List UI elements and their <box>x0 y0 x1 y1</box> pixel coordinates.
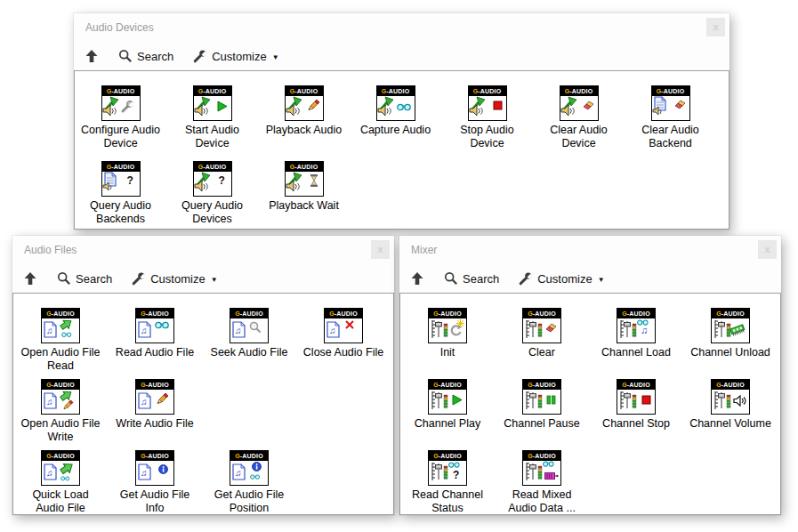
palette-item-channel-volume[interactable]: G-AUDIOChannel Volume <box>683 379 778 450</box>
g-audio-banner: G-AUDIO <box>617 309 655 318</box>
get-audio-file-info-icon: G-AUDIO♫ <box>135 450 174 486</box>
g-audio-banner: G-AUDIO <box>42 380 79 390</box>
palette-item-channel-stop[interactable]: G-AUDIOChannel Stop <box>589 379 683 450</box>
palette-item-capture-audio[interactable]: G-AUDIOCapture Audio <box>350 85 441 161</box>
customize-button[interactable]: Customize ▼ <box>132 271 217 286</box>
window-title: Mixer <box>411 244 437 256</box>
palette-item-clear-audio-backend[interactable]: G-AUDIOClear Audio Backend <box>625 85 716 161</box>
customize-button[interactable]: Customize ▼ <box>193 49 278 63</box>
g-audio-banner: G-AUDIO <box>712 309 749 318</box>
palette-item-label: Read Audio File <box>116 346 194 359</box>
titlebar[interactable]: Mixer x <box>399 236 781 264</box>
search-icon <box>57 271 71 286</box>
close-button[interactable]: x <box>371 240 390 259</box>
palette-row: G-AUDIOInitG-AUDIOClearG-AUDIO♫Channel L… <box>400 308 780 379</box>
palette-content: G-AUDIOConfigure Audio DeviceG-AUDIOStar… <box>74 70 729 230</box>
palette-item-seek-audio-file[interactable]: G-AUDIO♫Seek Audio File <box>202 308 296 379</box>
palette-item-read-audio-file[interactable]: G-AUDIO♫Read Audio File <box>108 308 202 379</box>
palette-item-label: Open Audio File Read <box>18 346 104 372</box>
svg-text:♫: ♫ <box>141 468 148 478</box>
read-audio-file-icon: G-AUDIO♫ <box>135 308 174 343</box>
g-audio-banner: G-AUDIO <box>42 309 79 318</box>
palette-item-playback-wait[interactable]: G-AUDIOPlayback Wait <box>258 161 350 230</box>
palette-item-playback-audio[interactable]: G-AUDIOPlayback Audio <box>258 85 350 161</box>
palette-item-read-mixed-audio-data[interactable]: G-AUDIORead Mixed Audio Data ... <box>495 450 589 515</box>
toolbar: Search Customize ▼ <box>399 264 781 293</box>
palette-item-stop-audio-device[interactable]: G-AUDIOStop Audio Device <box>441 85 533 161</box>
up-arrow-icon <box>23 271 37 286</box>
palette-item-label: Channel Unload <box>690 346 770 359</box>
palette-item-query-audio-devices[interactable]: G-AUDIO?Query Audio Devices <box>166 161 258 230</box>
palette-item-channel-load[interactable]: G-AUDIO♫Channel Load <box>589 308 683 379</box>
svg-text:♫: ♫ <box>329 326 336 335</box>
toolbar: Search Customize ▼ <box>12 264 394 293</box>
palette-item-get-audio-file-position[interactable]: G-AUDIO♫Get Audio File Position <box>202 450 296 515</box>
palette-item-label: Clear Audio Backend <box>627 124 713 149</box>
quick-load-audio-file-icon: G-AUDIO♫ <box>41 450 80 486</box>
palette-item-close-audio-file[interactable]: G-AUDIO♫Close Audio File <box>296 308 391 379</box>
icon-art: ♫ <box>325 318 362 343</box>
palette-item-label: Clear <box>528 346 555 359</box>
playback-wait-icon: G-AUDIO <box>285 161 324 197</box>
palette-item-open-audio-file-read[interactable]: G-AUDIO♫Open Audio File Read <box>13 308 108 379</box>
g-audio-banner: G-AUDIO <box>286 162 323 172</box>
g-audio-banner: G-AUDIO <box>429 309 466 318</box>
palette-item-label: Channel Volume <box>689 417 771 431</box>
palette-item-start-audio-device[interactable]: G-AUDIOStart Audio Device <box>166 85 258 161</box>
icon-art <box>286 172 323 196</box>
close-button[interactable]: x <box>758 240 777 259</box>
palette-item-label: Get Audio File Info <box>112 488 198 514</box>
query-audio-backends-icon: G-AUDIO? <box>101 161 141 197</box>
palette-item-channel-play[interactable]: G-AUDIOChannel Play <box>400 379 495 450</box>
palette-item-mixer-init[interactable]: G-AUDIOInit <box>400 308 495 379</box>
palette-item-mixer-clear[interactable]: G-AUDIOClear <box>495 308 589 379</box>
icon-art <box>286 96 323 120</box>
titlebar[interactable]: Audio Files x <box>12 236 394 264</box>
svg-text:♫: ♫ <box>46 326 53 335</box>
open-audio-file-write-icon: G-AUDIO♫ <box>41 379 80 415</box>
palette-item-label: Stop Audio Device <box>444 124 530 149</box>
palette-item-channel-unload[interactable]: G-AUDIOChannel Unload <box>683 308 778 379</box>
icon-art <box>102 96 140 120</box>
palette-item-quick-load-audio-file[interactable]: G-AUDIO♫Quick Load Audio File <box>13 450 108 515</box>
search-button[interactable]: Search <box>444 271 499 286</box>
palette-item-channel-pause[interactable]: G-AUDIOChannel Pause <box>495 379 589 450</box>
wrench-icon <box>519 271 533 286</box>
icon-art: ♫ <box>230 318 268 343</box>
g-audio-banner: G-AUDIO <box>325 309 362 318</box>
palette-item-label: Channel Stop <box>602 417 670 431</box>
search-button[interactable]: Search <box>118 49 173 63</box>
palette-item-label: Configure Audio Device <box>77 124 164 149</box>
titlebar[interactable]: Audio Devices x <box>74 13 729 42</box>
close-button[interactable]: x <box>706 18 725 36</box>
query-audio-devices-icon: G-AUDIO? <box>193 161 232 197</box>
palette-item-label: Channel Play <box>415 417 480 431</box>
up-button[interactable] <box>410 271 424 286</box>
up-button[interactable] <box>23 271 37 286</box>
customize-button[interactable]: Customize ▼ <box>519 271 604 286</box>
up-arrow-icon <box>85 49 99 63</box>
palette-item-query-audio-backends[interactable]: G-AUDIO?Query Audio Backends <box>75 161 166 230</box>
playback-audio-icon: G-AUDIO <box>285 85 324 121</box>
read-mixed-audio-data-icon: G-AUDIO <box>522 450 561 486</box>
palette-item-label: Playback Audio <box>266 124 342 137</box>
svg-text:♫: ♫ <box>235 468 242 478</box>
palette-item-read-channel-status[interactable]: G-AUDIO?Read Channel Status <box>400 450 495 515</box>
palette-item-open-audio-file-write[interactable]: G-AUDIO♫Open Audio File Write <box>13 379 108 450</box>
palette-row: G-AUDIO♫Quick Load Audio FileG-AUDIO♫Get… <box>13 450 393 515</box>
palette-item-clear-audio-device[interactable]: G-AUDIOClear Audio Device <box>533 85 625 161</box>
g-audio-banner: G-AUDIO <box>429 380 466 390</box>
palette-item-get-audio-file-info[interactable]: G-AUDIO♫Get Audio File Info <box>108 450 202 515</box>
palette-item-label: Open Audio File Write <box>18 417 104 443</box>
up-button[interactable] <box>85 49 99 63</box>
palette-items: G-AUDIO♫Open Audio File ReadG-AUDIO♫Read… <box>13 294 393 515</box>
palette-item-configure-audio-device[interactable]: G-AUDIOConfigure Audio Device <box>75 85 166 161</box>
search-button[interactable]: Search <box>57 271 112 286</box>
palette-row: G-AUDIO?Read Channel StatusG-AUDIORead M… <box>400 450 780 515</box>
icon-art: ? <box>102 172 140 196</box>
palette-item-write-audio-file[interactable]: G-AUDIO♫Write Audio File <box>108 379 202 450</box>
g-audio-banner: G-AUDIO <box>194 86 231 96</box>
channel-load-icon: G-AUDIO♫ <box>617 308 656 343</box>
g-audio-banner: G-AUDIO <box>560 86 598 96</box>
toolbar: Search Customize ▼ <box>74 42 729 70</box>
